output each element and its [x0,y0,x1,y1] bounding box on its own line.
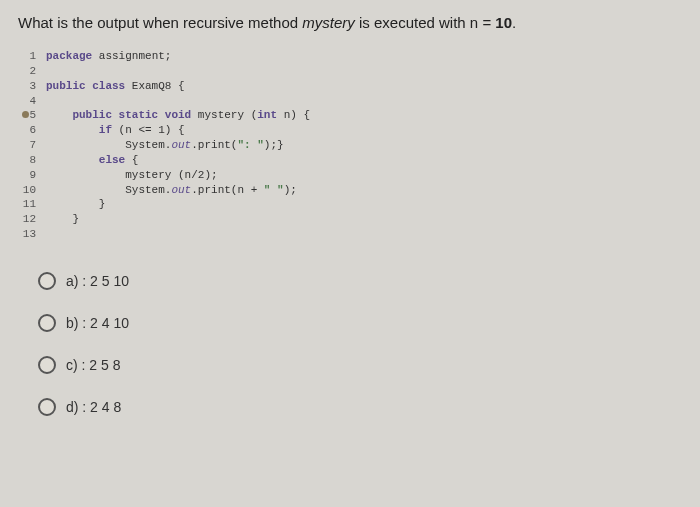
option-label: d) : 2 4 8 [66,399,121,415]
line-number: 8 [18,153,46,168]
line-number: 13 [18,227,46,242]
code-content: } [46,212,79,227]
radio-d[interactable] [38,398,56,416]
code-content: mystery (n/2); [46,168,218,183]
line-number: 10 [18,183,46,198]
radio-a[interactable] [38,272,56,290]
code-content: if (n <= 1) { [46,123,185,138]
question-prefix: What is the output when recursive method [18,14,302,31]
option-label: a) : 2 5 10 [66,273,129,289]
code-content: public class ExamQ8 { [46,79,185,94]
code-line: 13 [18,227,682,242]
options-list: a) : 2 5 10b) : 2 4 10c) : 2 5 8d) : 2 4… [38,272,682,416]
option-a[interactable]: a) : 2 5 10 [38,272,682,290]
code-line: 11 } [18,197,682,212]
code-line: 3public class ExamQ8 { [18,79,682,94]
code-line: 1package assignment; [18,49,682,64]
line-number: 11 [18,197,46,212]
line-number: 7 [18,138,46,153]
code-content: package assignment; [46,49,171,64]
line-number: 2 [18,64,46,79]
code-line: 9 mystery (n/2); [18,168,682,183]
question-text: What is the output when recursive method… [18,14,682,31]
option-label: b) : 2 4 10 [66,315,129,331]
code-line: 12 } [18,212,682,227]
radio-b[interactable] [38,314,56,332]
option-d[interactable]: d) : 2 4 8 [38,398,682,416]
line-number: 3 [18,79,46,94]
line-number: 1 [18,49,46,64]
code-line: 4 [18,94,682,109]
code-content: public static void mystery (int n) { [46,108,310,123]
code-line: 6 if (n <= 1) { [18,123,682,138]
code-line: 8 else { [18,153,682,168]
code-line: 10 System.out.print(n + " "); [18,183,682,198]
line-number: 9 [18,168,46,183]
question-n: 10 [495,14,512,31]
option-c[interactable]: c) : 2 5 8 [38,356,682,374]
code-content: } [46,197,105,212]
line-number: 6 [18,123,46,138]
line-number: 12 [18,212,46,227]
code-line: 5 public static void mystery (int n) { [18,108,682,123]
code-content: System.out.print(": ");} [46,138,284,153]
question-suffix: . [512,14,516,31]
code-content: else { [46,153,138,168]
option-b[interactable]: b) : 2 4 10 [38,314,682,332]
code-content: System.out.print(n + " "); [46,183,297,198]
question-middle: is executed with n = [355,14,496,31]
code-line: 7 System.out.print(": ");} [18,138,682,153]
code-line: 2 [18,64,682,79]
code-block: 1package assignment;23public class ExamQ… [18,49,682,242]
option-label: c) : 2 5 8 [66,357,120,373]
line-number: 5 [18,108,46,123]
question-method: mystery [302,14,355,31]
radio-c[interactable] [38,356,56,374]
line-number: 4 [18,94,46,109]
